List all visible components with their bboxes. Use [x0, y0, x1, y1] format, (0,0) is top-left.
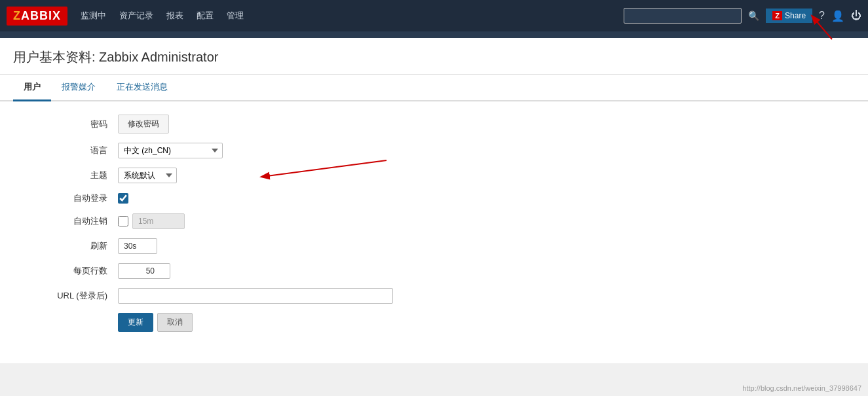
cancel-button[interactable]: 取消	[157, 313, 193, 332]
url-label: URL (登录后)	[0, 290, 118, 302]
logout-button[interactable]: ⏻	[851, 10, 861, 22]
navbar: ZABBIX 监测中 资产记录 报表 配置 管理 🔍 Z Share ? 👤 ⏻	[0, 0, 868, 31]
subheader-bar	[0, 31, 868, 38]
tabs-bar: 用户 报警媒介 正在发送消息	[0, 75, 868, 101]
share-label: Share	[785, 11, 806, 20]
password-label: 密码	[0, 118, 118, 130]
language-label: 语言	[0, 145, 118, 156]
share-button[interactable]: Z Share	[766, 9, 812, 23]
rows-per-page-control	[118, 263, 170, 279]
search-input[interactable]	[624, 8, 742, 24]
autologin-row: 自动登录	[0, 192, 868, 204]
page-header: 用户基本资料: Zabbix Administrator	[0, 38, 868, 75]
theme-row: 主题 系统默认 Blue Dark	[0, 168, 868, 183]
rows-per-page-input[interactable]	[118, 263, 170, 279]
refresh-row: 刷新	[0, 238, 868, 254]
share-z-icon: Z	[772, 11, 782, 20]
nav-menu: 监测中 资产记录 报表 配置 管理	[81, 10, 624, 22]
nav-config[interactable]: 配置	[197, 10, 214, 22]
password-row: 密码 修改密码	[0, 115, 868, 134]
update-button[interactable]: 更新	[118, 313, 153, 332]
tab-user[interactable]: 用户	[13, 75, 51, 101]
search-button[interactable]: 🔍	[748, 10, 759, 21]
action-buttons-row: 更新 取消	[0, 313, 868, 332]
nav-asset[interactable]: 资产记录	[119, 10, 153, 22]
logo[interactable]: ZABBIX	[7, 7, 67, 26]
page-title: 用户基本资料: Zabbix Administrator	[13, 48, 855, 66]
autologout-row: 自动注销	[0, 213, 868, 229]
language-select[interactable]: 中文 (zh_CN) English (en_US)	[118, 143, 223, 158]
tab-messages[interactable]: 正在发送消息	[106, 75, 178, 101]
action-buttons: 更新 取消	[118, 313, 193, 332]
rows-per-page-row: 每页行数	[0, 263, 868, 279]
autologin-label: 自动登录	[0, 192, 118, 204]
refresh-input[interactable]	[118, 238, 157, 254]
user-profile-button[interactable]: 👤	[831, 10, 844, 22]
autologin-checkbox[interactable]	[118, 193, 128, 204]
change-password-button[interactable]: 修改密码	[118, 115, 169, 134]
url-control	[118, 288, 393, 304]
theme-label: 主题	[0, 170, 118, 181]
autologout-control	[118, 213, 185, 229]
language-control: 中文 (zh_CN) English (en_US)	[118, 143, 223, 158]
autologout-value	[132, 213, 185, 229]
autologout-checkbox[interactable]	[118, 216, 128, 226]
theme-control: 系统默认 Blue Dark	[118, 168, 177, 183]
autologout-label: 自动注销	[0, 215, 118, 227]
rows-per-page-label: 每页行数	[0, 265, 118, 277]
language-row: 语言 中文 (zh_CN) English (en_US)	[0, 143, 868, 158]
url-input[interactable]	[118, 288, 393, 304]
navbar-right: 🔍 Z Share ? 👤 ⏻	[624, 8, 861, 24]
refresh-label: 刷新	[0, 240, 118, 252]
url-row: URL (登录后)	[0, 288, 868, 304]
nav-reports[interactable]: 报表	[166, 10, 183, 22]
autologin-control	[118, 193, 128, 204]
nav-admin[interactable]: 管理	[227, 10, 244, 22]
nav-monitor[interactable]: 监测中	[81, 10, 106, 22]
password-control: 修改密码	[118, 115, 169, 134]
refresh-control	[118, 238, 157, 254]
form-area: 密码 修改密码 语言 中文 (zh_CN) English (en_US) 主题…	[0, 101, 868, 363]
theme-select[interactable]: 系统默认 Blue Dark	[118, 168, 177, 183]
tab-media[interactable]: 报警媒介	[51, 75, 106, 101]
help-button[interactable]: ?	[819, 10, 825, 22]
